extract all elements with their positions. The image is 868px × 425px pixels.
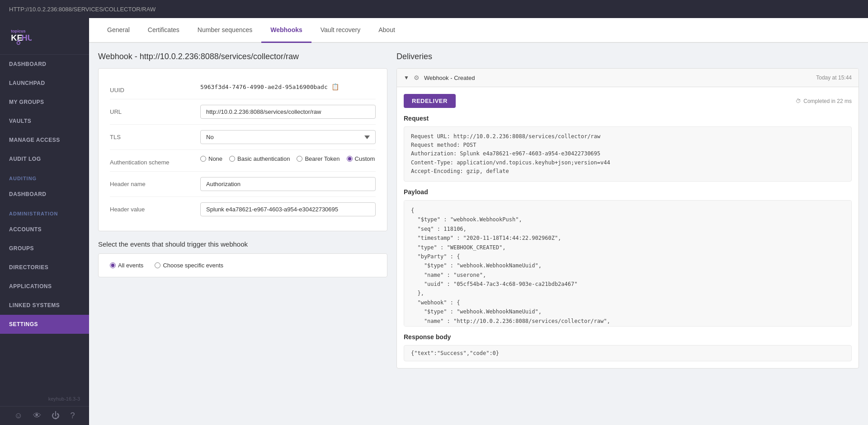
events-all-option[interactable]: All events <box>110 262 143 269</box>
sidebar-item-accounts[interactable]: ACCOUNTS <box>0 220 89 239</box>
sidebar-section-administration: ADMINISTRATION <box>0 204 89 220</box>
svg-text:HUB: HUB <box>22 33 32 42</box>
auth-radio-group: None Basic authentication Bearer Token C… <box>200 155 375 162</box>
tab-general[interactable]: General <box>98 18 139 43</box>
response-title: Response body <box>404 333 852 341</box>
response-content: {"text":"Success","code":0} <box>404 345 852 361</box>
sidebar-bottom-icons: ☺ 👁 ⏻ ? <box>0 406 89 425</box>
delivery-item: ▼ ⚙ Webhook - Created Today at 15:44 RED… <box>396 68 859 369</box>
auth-custom-label: Custom <box>355 155 375 162</box>
right-panel: Deliveries ▼ ⚙ Webhook - Created Today a… <box>396 52 859 416</box>
tls-value: No Yes <box>200 130 376 144</box>
events-section: Select the events that should trigger th… <box>98 240 387 277</box>
header-name-label: Header name <box>110 177 200 187</box>
tab-about[interactable]: About <box>369 18 404 43</box>
auth-scheme-value: None Basic authentication Bearer Token C… <box>200 155 376 162</box>
delivery-header: ▼ ⚙ Webhook - Created Today at 15:44 <box>397 69 859 87</box>
svg-text:topicus: topicus <box>11 29 26 33</box>
tab-vault-recovery[interactable]: Vault recovery <box>311 18 369 43</box>
sidebar-section-auditing: AUDITING <box>0 168 89 185</box>
url-input[interactable] <box>200 105 376 119</box>
sidebar-item-vaults[interactable]: VAULTS <box>0 112 89 131</box>
logo-icon: topicus KE HUB <box>9 25 32 47</box>
completed-label: Completed in 22 ms <box>803 98 852 104</box>
top-bar: HTTP://10.0.2.236:8088/SERVICES/COLLECTO… <box>0 0 868 18</box>
webhook-icon: ⚙ <box>414 74 420 81</box>
redeliver-row: REDELIVER ⏱ Completed in 22 ms <box>404 94 852 108</box>
webhook-form-card: UUID 5963f3d4-7476-4990-ae2d-95a16900bad… <box>98 68 387 231</box>
request-content: Request URL: http://10.0.2.236:8088/serv… <box>404 126 852 182</box>
webhook-title: Webhook - http://10.0.2.236:8088/service… <box>98 52 387 61</box>
deliveries-title: Deliveries <box>396 52 859 61</box>
url-value <box>200 105 376 119</box>
header-value-value <box>200 202 376 216</box>
url-row: URL <box>110 99 376 125</box>
svg-text:KE: KE <box>11 33 22 42</box>
header-value-label: Header value <box>110 202 200 213</box>
left-panel: Webhook - http://10.0.2.236:8088/service… <box>98 52 387 416</box>
sidebar-logo: topicus KE HUB <box>0 18 89 55</box>
content-area: General Certificates Number sequences We… <box>89 18 868 425</box>
tab-webhooks[interactable]: Webhooks <box>261 18 311 43</box>
help-icon[interactable]: ? <box>70 411 75 420</box>
header-name-row: Header name <box>110 172 376 197</box>
completed-text: ⏱ Completed in 22 ms <box>796 98 852 104</box>
header-value-input[interactable] <box>200 202 376 216</box>
power-icon[interactable]: ⏻ <box>52 411 60 420</box>
payload-title: Payload <box>404 188 852 196</box>
sidebar-item-my-groups[interactable]: MY GROUPS <box>0 93 89 112</box>
url-label: URL <box>110 105 200 115</box>
delivery-body: REDELIVER ⏱ Completed in 22 ms Request R… <box>397 87 859 368</box>
auth-bearer-label: Bearer Token <box>305 155 340 162</box>
sidebar-item-auditing-dashboard[interactable]: DASHBOARD <box>0 185 89 204</box>
tls-select[interactable]: No Yes <box>200 130 376 144</box>
auth-option-none[interactable]: None <box>200 155 222 162</box>
uuid-row: UUID 5963f3d4-7476-4990-ae2d-95a16900bad… <box>110 78 376 99</box>
clock-icon: ⏱ <box>796 98 801 104</box>
uuid-label: UUID <box>110 83 200 93</box>
uuid-text: 5963f3d4-7476-4990-ae2d-95a16900badc <box>200 84 328 90</box>
header-name-input[interactable] <box>200 177 376 191</box>
sidebar-item-linked-systems[interactable]: LINKED SYSTEMS <box>0 296 89 315</box>
auth-option-bearer[interactable]: Bearer Token <box>297 155 340 162</box>
chevron-down-icon[interactable]: ▼ <box>404 75 409 81</box>
events-specific-label: Choose specific events <box>163 262 223 269</box>
copy-icon[interactable]: 📋 <box>331 83 339 90</box>
events-all-label: All events <box>118 262 143 269</box>
sidebar-item-applications[interactable]: APPLICATIONS <box>0 277 89 296</box>
uuid-value: 5963f3d4-7476-4990-ae2d-95a16900badc 📋 <box>200 83 376 90</box>
delivery-name: Webhook - Created <box>424 75 811 81</box>
eye-icon[interactable]: 👁 <box>33 411 41 420</box>
delivery-time: Today at 15:44 <box>816 75 852 81</box>
tls-row: TLS No Yes <box>110 125 376 150</box>
auth-none-label: None <box>208 155 222 162</box>
auth-option-basic[interactable]: Basic authentication <box>229 155 290 162</box>
sidebar-item-directories[interactable]: DIRECTORIES <box>0 258 89 277</box>
request-title: Request <box>404 115 852 122</box>
events-card: All events Choose specific events <box>98 253 387 277</box>
payload-content: { "$type" : "webhook.WebhookPush", "seq"… <box>404 200 852 327</box>
sidebar-item-audit-log[interactable]: AUDIT LOG <box>0 149 89 168</box>
redeliver-button[interactable]: REDELIVER <box>404 94 456 108</box>
auth-basic-label: Basic authentication <box>237 155 290 162</box>
events-specific-option[interactable]: Choose specific events <box>155 262 223 269</box>
tab-nav: General Certificates Number sequences We… <box>89 18 868 43</box>
events-title: Select the events that should trigger th… <box>98 240 387 248</box>
top-bar-url: HTTP://10.0.2.236:8088/SERVICES/COLLECTO… <box>9 6 156 13</box>
sidebar: topicus KE HUB DASHBOARD LAUNCHPAD MY GR… <box>0 18 89 425</box>
auth-scheme-label: Authentication scheme <box>110 155 200 166</box>
tab-certificates[interactable]: Certificates <box>139 18 189 43</box>
header-value-row: Header value <box>110 197 376 222</box>
auth-option-custom[interactable]: Custom <box>347 155 375 162</box>
auth-scheme-row: Authentication scheme None Basic authent… <box>110 150 376 172</box>
main-content: Webhook - http://10.0.2.236:8088/service… <box>89 43 868 425</box>
sidebar-item-settings[interactable]: SETTINGS <box>0 315 89 334</box>
sidebar-version: keyhub-16.3-3 <box>0 392 89 406</box>
sidebar-item-groups[interactable]: GROUPS <box>0 239 89 258</box>
sidebar-item-manage-access[interactable]: MANAGE ACCESS <box>0 131 89 149</box>
sidebar-item-dashboard[interactable]: DASHBOARD <box>0 55 89 74</box>
person-icon[interactable]: ☺ <box>14 411 23 420</box>
tab-number-sequences[interactable]: Number sequences <box>189 18 261 43</box>
tls-label: TLS <box>110 130 200 140</box>
sidebar-item-launchpad[interactable]: LAUNCHPAD <box>0 74 89 93</box>
